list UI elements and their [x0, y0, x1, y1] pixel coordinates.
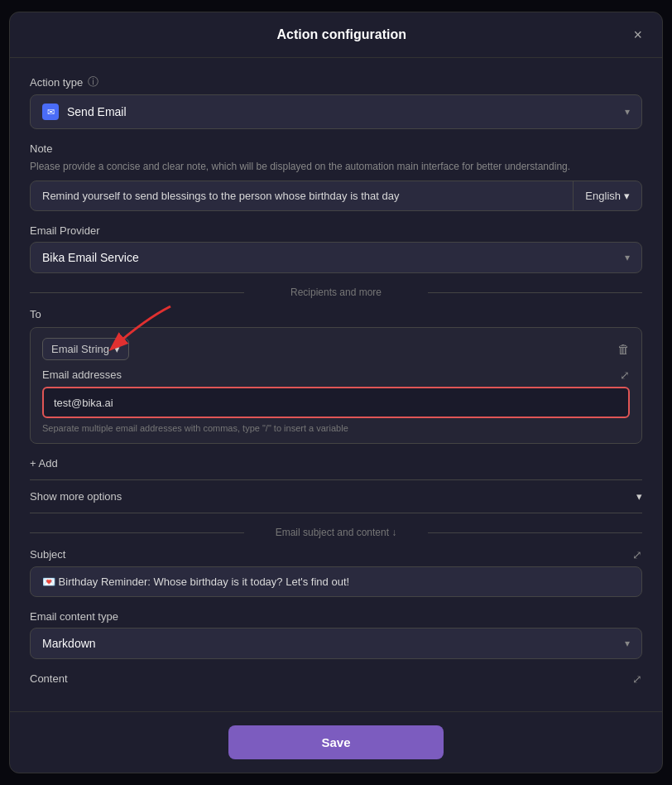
subject-label-row: Subject ⤢	[30, 548, 642, 561]
content-group: Content ⤢	[30, 672, 642, 686]
language-button[interactable]: English ▾	[573, 181, 641, 210]
lang-chevron: ▾	[624, 190, 630, 202]
action-type-select[interactable]: ✉ Send Email ▾	[30, 94, 642, 129]
info-icon[interactable]: ⓘ	[88, 75, 98, 89]
to-label: To	[30, 308, 642, 320]
modal-header: Action configuration ×	[10, 12, 662, 58]
content-expand-icon[interactable]: ⤢	[632, 672, 642, 686]
email-provider-chevron: ▾	[625, 252, 630, 263]
note-description: Please provide a concise and clear note,…	[30, 160, 642, 174]
subject-label: Subject	[30, 548, 65, 561]
note-input[interactable]	[31, 181, 573, 210]
email-content-type-chevron: ▾	[625, 638, 630, 649]
modal-body: Action type ⓘ ✉ Send Email ▾ Note Please…	[10, 58, 662, 711]
save-button[interactable]: Save	[228, 725, 444, 759]
email-content-divider: Email subject and content ↓	[30, 527, 642, 538]
subject-group: Subject ⤢ 💌 Birthday Reminder: Whose bir…	[30, 548, 642, 597]
email-string-button[interactable]: Email String ▾	[42, 338, 129, 360]
content-label-row: Content ⤢	[30, 672, 642, 686]
email-provider-group: Email Provider Bika Email Service ▾	[30, 224, 642, 273]
modal: Action configuration × Action type ⓘ ✉ S…	[9, 12, 663, 773]
note-label: Note	[30, 142, 642, 155]
modal-overlay: Action configuration × Action type ⓘ ✉ S…	[0, 0, 672, 785]
to-card-wrapper: Email String ▾ 🗑 Email addresses ⤢	[30, 327, 642, 444]
email-provider-select[interactable]: Bika Email Service ▾	[30, 242, 642, 273]
action-type-chevron: ▾	[625, 106, 630, 118]
email-provider-label: Email Provider	[30, 224, 642, 237]
modal-title: Action configuration	[50, 27, 633, 42]
modal-footer: Save	[10, 711, 662, 773]
email-content-type-group: Email content type Markdown ▾	[30, 610, 642, 659]
email-input-wrapper	[42, 387, 630, 418]
to-section: To Email String	[30, 308, 642, 444]
email-string-chevron: ▾	[114, 343, 120, 355]
note-group: Note Please provide a concise and clear …	[30, 142, 642, 211]
email-content-type-select[interactable]: Markdown ▾	[30, 628, 642, 659]
send-email-icon: ✉	[42, 104, 59, 120]
show-more-button[interactable]: Show more options ▾	[30, 479, 642, 513]
to-card: Email String ▾ 🗑 Email addresses ⤢	[30, 327, 642, 444]
email-input[interactable]	[54, 397, 618, 409]
close-button[interactable]: ×	[633, 27, 642, 42]
email-addresses-label-row: Email addresses ⤢	[42, 368, 630, 382]
action-type-group: Action type ⓘ ✉ Send Email ▾	[30, 75, 642, 129]
add-button[interactable]: + Add	[30, 454, 58, 473]
to-card-header: Email String ▾ 🗑	[42, 338, 630, 360]
trash-icon[interactable]: 🗑	[617, 342, 630, 356]
action-type-label: Action type ⓘ	[30, 75, 642, 89]
email-content-type-label: Email content type	[30, 610, 642, 623]
note-input-row: English ▾	[30, 181, 642, 211]
subject-field[interactable]: 💌 Birthday Reminder: Whose birthday is i…	[30, 566, 642, 597]
show-more-chevron: ▾	[636, 490, 642, 503]
subject-expand-icon[interactable]: ⤢	[632, 548, 642, 561]
email-addresses-expand-icon[interactable]: ⤢	[620, 368, 630, 382]
email-hint-text: Separate multiple email addresses with c…	[42, 423, 630, 433]
recipients-divider: Recipients and more	[30, 287, 642, 298]
